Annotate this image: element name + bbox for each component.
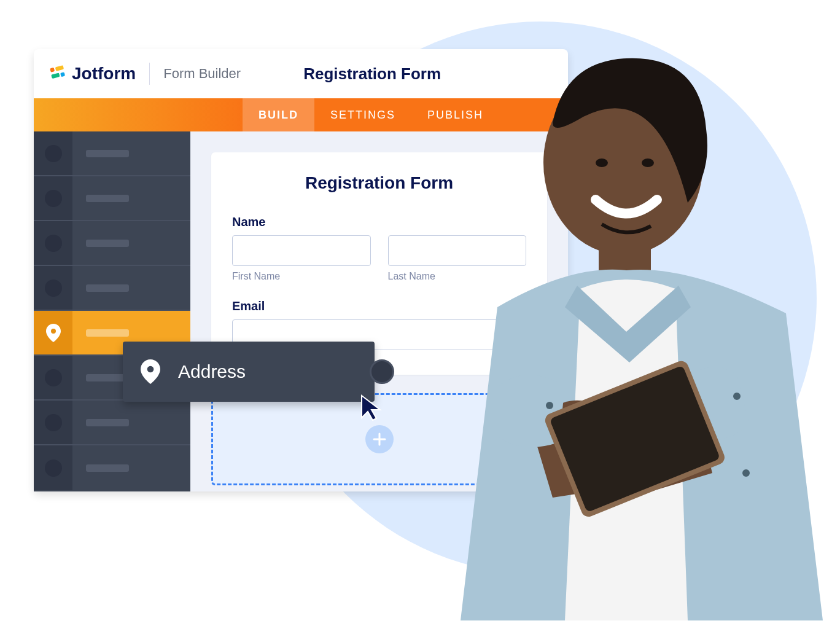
palette-item-label — [72, 284, 190, 292]
palette-item-label — [72, 240, 190, 247]
document-title: Registration Form — [303, 65, 441, 84]
palette-item[interactable] — [34, 401, 190, 445]
dragging-element-label: Address — [178, 361, 246, 382]
palette-item-icon — [34, 445, 72, 490]
palette-item[interactable] — [34, 131, 190, 176]
palette-item-label — [72, 419, 190, 426]
palette-item-icon — [34, 266, 72, 310]
add-element-icon — [365, 425, 394, 453]
brand-name: Jotform — [72, 64, 136, 84]
palette-item-icon — [34, 221, 72, 265]
location-pin-icon — [123, 342, 178, 402]
cursor-icon — [359, 393, 386, 425]
palette-item[interactable] — [34, 176, 190, 221]
svg-point-8 — [596, 158, 608, 167]
first-name-input[interactable] — [232, 235, 371, 266]
tab-label: BUILD — [259, 109, 298, 122]
palette-item[interactable] — [34, 445, 190, 490]
palette-item-label — [72, 150, 190, 157]
palette-item-label — [72, 464, 190, 472]
brand-logo[interactable]: Jotform — [49, 64, 136, 84]
palette-item-icon — [34, 131, 72, 175]
palette-item-icon — [34, 176, 72, 220]
svg-rect-2 — [51, 72, 60, 79]
svg-rect-3 — [60, 72, 65, 77]
palette-item-label — [72, 329, 190, 337]
drag-handle — [370, 359, 394, 384]
hero-person-image — [442, 43, 829, 620]
svg-point-10 — [546, 402, 553, 409]
jotform-logo-icon — [49, 65, 67, 83]
palette-item-icon — [34, 401, 72, 444]
element-palette — [34, 131, 190, 491]
svg-point-12 — [742, 469, 750, 477]
svg-rect-0 — [50, 68, 55, 72]
palette-item[interactable] — [34, 221, 190, 266]
svg-point-11 — [733, 393, 741, 400]
first-name-sublabel: First Name — [232, 271, 371, 282]
location-pin-icon — [34, 311, 72, 354]
palette-item[interactable] — [34, 266, 190, 311]
svg-rect-1 — [55, 65, 64, 71]
tab-settings[interactable]: SETTINGS — [314, 98, 411, 131]
tab-label: SETTINGS — [330, 109, 395, 122]
svg-point-9 — [642, 158, 654, 167]
header-divider — [149, 63, 150, 85]
dragging-element-chip[interactable]: Address — [123, 342, 375, 402]
product-name: Form Builder — [163, 66, 241, 82]
palette-item-icon — [34, 356, 72, 399]
palette-item-label — [72, 195, 190, 202]
tab-build[interactable]: BUILD — [243, 98, 314, 131]
